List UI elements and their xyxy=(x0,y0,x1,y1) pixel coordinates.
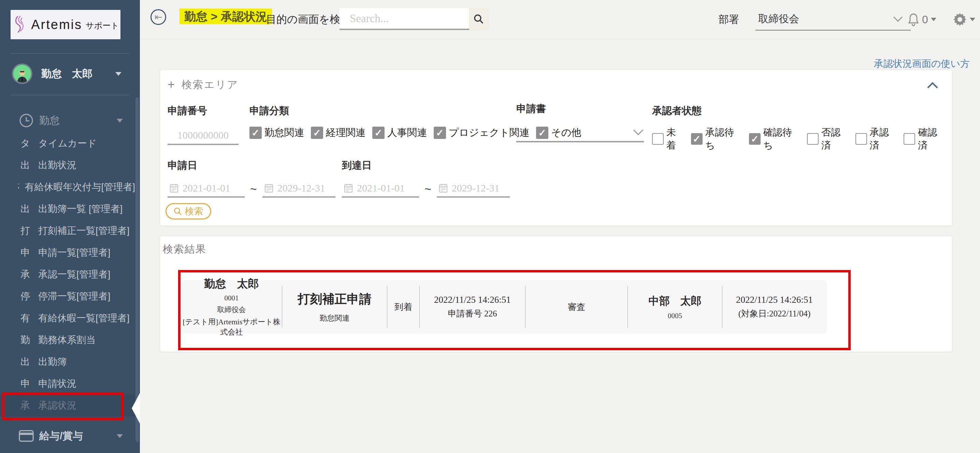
checkbox-kintai-kanren[interactable]: 勤怠関連 xyxy=(250,126,304,140)
clock-icon xyxy=(19,113,34,128)
sidebar-item-timecard[interactable]: タタイムカード xyxy=(0,132,135,154)
checkbox-jinji-kanren[interactable]: 人事関連 xyxy=(372,126,427,140)
request-date-group: 申請日 ~ xyxy=(167,159,336,198)
search-area-header[interactable]: + 検索エリア xyxy=(167,78,239,92)
brand-logo[interactable]: Artemis サポート xyxy=(11,10,121,39)
request-number-label: 申請番号 xyxy=(167,104,239,118)
sidebar-item-request-status[interactable]: 申申請状況 xyxy=(0,373,135,395)
arrival-date-group: 到達日 ~ xyxy=(342,159,510,198)
payroll-card-icon xyxy=(19,430,34,442)
chevron-down-icon xyxy=(117,119,123,123)
checkbox-project-kanren[interactable]: プロジェクト関連 xyxy=(434,126,529,140)
item-label: タイムカード xyxy=(38,137,97,150)
checkbox-keiri-kanren[interactable]: 経理関連 xyxy=(311,126,366,140)
checkbox-shonin-machi[interactable]: 承認待ち xyxy=(691,126,743,152)
checkbox-shonin-zumi[interactable]: 承認済 xyxy=(856,126,899,152)
department-value: 取締役会 xyxy=(758,12,799,26)
sidebar-section-payroll[interactable]: 給与/賞与 xyxy=(0,424,135,448)
sidebar-divider xyxy=(11,95,129,95)
item-label: 勤務体系割当 xyxy=(38,333,95,346)
user-name: 勤怠 太郎 xyxy=(41,67,92,81)
chevron-down-icon xyxy=(117,434,123,438)
sidebar-section-label: 勤怠 xyxy=(39,114,60,128)
chevron-down-icon xyxy=(633,125,644,136)
search-button-label: 検索 xyxy=(185,205,204,217)
chevron-down-icon xyxy=(893,13,902,22)
request-form-select[interactable] xyxy=(516,123,644,142)
calendar-icon xyxy=(439,183,448,193)
approver-status-group: 承認者状態 未着 承認待ち 確認待ち 否認済 承認済 確認済 xyxy=(652,104,952,152)
item-prefix: 申 xyxy=(18,246,33,259)
gear-icon xyxy=(953,12,967,27)
collapse-panel-chevron-up-icon[interactable] xyxy=(927,82,938,93)
calendar-icon xyxy=(344,183,353,193)
item-label: 申請状況 xyxy=(38,377,76,390)
brand-name: Artemis xyxy=(31,18,82,32)
sidebar-item-attendance-book[interactable]: 出出勤簿 xyxy=(0,351,135,373)
checkbox-icon xyxy=(434,127,446,139)
request-number-input[interactable] xyxy=(167,127,239,145)
notifications-button[interactable]: 0 xyxy=(908,0,936,39)
search-button[interactable]: 検索 xyxy=(165,203,211,220)
search-icon xyxy=(173,207,182,216)
sidebar-item-attendance-book-list[interactable]: 出出勤簿一覧 [管理者] xyxy=(0,198,135,220)
user-menu[interactable]: 勤怠 太郎 xyxy=(0,57,135,90)
arrival-date-from-field xyxy=(342,180,419,198)
sidebar-scrollbar[interactable] xyxy=(135,97,139,442)
sidebar-item-punch-correction-list[interactable]: 打打刻補正一覧[管理者] xyxy=(0,220,135,242)
settings-button[interactable] xyxy=(953,0,975,39)
checkbox-michaku[interactable]: 未着 xyxy=(652,126,686,152)
chevron-down-icon xyxy=(931,18,936,21)
checkbox-kakunin-zumi[interactable]: 確認済 xyxy=(904,126,947,152)
item-label: 承認一覧[管理者] xyxy=(38,268,111,281)
sidebar-item-work-system-assignment[interactable]: 勤勤務体系割当 xyxy=(0,329,135,351)
checkbox-label: 人事関連 xyxy=(387,126,427,140)
checkbox-label: 承認待ち xyxy=(705,126,743,152)
item-prefix: 出 xyxy=(18,159,33,172)
sidebar-item-paid-leave-list[interactable]: 有有給休暇一覧[管理者] xyxy=(0,307,135,329)
arrival-date-to-input[interactable] xyxy=(451,182,507,194)
sidebar-collapse-button[interactable]: ⇤ xyxy=(151,9,166,25)
checkbox-label: 確認待ち xyxy=(763,126,802,152)
department-select[interactable]: 取締役会 xyxy=(756,8,911,31)
item-prefix: タ xyxy=(18,137,33,150)
item-prefix: 有 xyxy=(18,180,19,193)
checkbox-icon xyxy=(807,133,819,145)
item-label: 申請一覧[管理者] xyxy=(38,246,111,259)
item-prefix: 打 xyxy=(18,224,33,237)
search-area-card: + 検索エリア 申請番号 申請分類 勤怠関連 経理関連 人事関連 プロジェクト関… xyxy=(160,70,952,226)
sidebar-item-request-list[interactable]: 申申請一覧[管理者] xyxy=(0,242,135,263)
item-prefix: 承 xyxy=(18,268,33,281)
item-label: 出勤状況 xyxy=(38,159,76,172)
checkbox-label: 確認済 xyxy=(918,126,947,152)
search-area-title: 検索エリア xyxy=(181,78,239,92)
active-item-notch xyxy=(132,393,140,424)
sidebar-section-label: 給与/賞与 xyxy=(39,429,83,443)
help-link[interactable]: 承認状況画面の使い方 xyxy=(874,57,970,70)
checkbox-hinin-zumi[interactable]: 否認済 xyxy=(807,126,850,152)
checkbox-icon xyxy=(691,133,703,145)
request-date-to-input[interactable] xyxy=(277,182,333,194)
sidebar-section-kintai[interactable]: 勤怠 xyxy=(0,108,135,132)
screen-search-button[interactable] xyxy=(469,8,488,30)
checkbox-icon xyxy=(856,133,867,145)
checkbox-icon xyxy=(904,133,915,145)
sidebar-item-paid-leave-grant[interactable]: 有有給休暇年次付与[管理者] xyxy=(0,176,135,198)
sidebar-item-stagnation-list[interactable]: 停停滞一覧[管理者] xyxy=(0,286,135,307)
screen-search-input[interactable] xyxy=(339,8,469,29)
request-form-group: 申請書 xyxy=(516,102,644,142)
checkbox-label: 勤怠関連 xyxy=(264,126,304,140)
checkbox-kakunin-machi[interactable]: 確認待ち xyxy=(749,126,802,152)
calendar-icon xyxy=(264,183,273,193)
approval-status-page: Artemis サポート 勤怠 太郎 勤怠 xyxy=(0,0,980,453)
item-prefix: 出 xyxy=(18,203,33,215)
arrival-date-to-field xyxy=(437,180,510,198)
checkbox-icon xyxy=(372,127,385,139)
item-label: 停滞一覧[管理者] xyxy=(38,290,111,303)
arrival-date-from-input[interactable] xyxy=(356,182,412,194)
sidebar-item-approval-list[interactable]: 承承認一覧[管理者] xyxy=(0,263,135,286)
sidebar: Artemis サポート 勤怠 太郎 勤怠 xyxy=(0,0,140,453)
sidebar-item-attendance-status[interactable]: 出出勤状況 xyxy=(0,154,135,176)
request-date-from-input[interactable] xyxy=(182,182,238,194)
request-number-group: 申請番号 xyxy=(167,104,239,145)
